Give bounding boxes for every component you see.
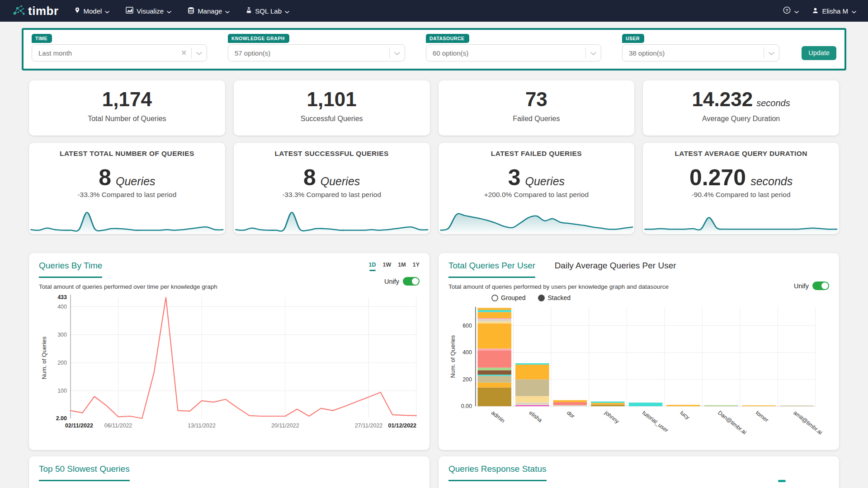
navbar: timbr Model Visualize Manage SQL Lab ? <box>0 0 868 22</box>
svg-text:tomer: tomer <box>755 409 770 423</box>
latest-card-change: -33.3% Compared to last period <box>234 191 430 199</box>
range-1w-button[interactable]: 1W <box>383 262 392 271</box>
response-status-panel: Queries Response Status Number of querie… <box>439 456 839 488</box>
unify-toggle[interactable] <box>403 277 420 286</box>
stacked-radio[interactable]: Stacked <box>538 294 571 301</box>
unify-label: Unify <box>794 282 809 290</box>
menu-visualize[interactable]: Visualize <box>126 7 171 15</box>
stat-label: Total Number of Queries <box>29 115 225 123</box>
select-divider <box>191 47 192 58</box>
help-menu[interactable]: ? <box>783 6 799 15</box>
datasource-filter-badge: DATASOURCE <box>426 34 469 43</box>
latest-card-value: 8Queries <box>29 168 225 188</box>
time-select-value: Last month <box>38 49 181 57</box>
chevron-down-icon <box>285 7 289 15</box>
svg-text:100: 100 <box>57 388 67 394</box>
flask-icon <box>246 7 252 15</box>
chevron-down-icon <box>794 7 799 15</box>
svg-text:2.00: 2.00 <box>56 415 67 422</box>
queries-by-time-title[interactable]: Queries By Time <box>39 261 102 278</box>
stat-card-failed-queries: 73 Failed Queries <box>439 80 635 136</box>
stat-card-successful-queries: 1,101 Successful Queries <box>234 80 430 136</box>
knowledge-graph-select-value: 57 option(s) <box>235 49 389 57</box>
latest-card-change: -90.4% Compared to last period <box>643 191 839 199</box>
chevron-down-icon[interactable] <box>196 49 202 57</box>
datasource-select-value: 60 option(s) <box>433 49 585 57</box>
svg-text:Num. of Queries: Num. of Queries <box>41 336 47 379</box>
brand-name: timbr <box>28 4 59 18</box>
stat-value: 73 <box>439 89 635 109</box>
svg-text:20/11/2022: 20/11/2022 <box>271 422 299 429</box>
queries-by-time-panel: Queries By Time Total amount of queries … <box>29 253 429 450</box>
svg-text:01/12/2022: 01/12/2022 <box>388 422 416 429</box>
tab-total-queries-per-user[interactable]: Total Queries Per User <box>448 261 535 278</box>
stat-card-total-queries: 1,174 Total Number of Queries <box>29 80 225 136</box>
knowledge-graph-select[interactable]: 57 option(s) <box>228 44 405 61</box>
update-button[interactable]: Update <box>802 46 836 60</box>
chevron-down-icon[interactable] <box>394 49 400 57</box>
legend-dash <box>778 480 786 482</box>
clear-icon[interactable]: ✕ <box>181 49 187 57</box>
queries-by-time-chart[interactable]: 4334003002001002.0002/11/202206/11/20221… <box>39 292 420 437</box>
menu-model[interactable]: Model <box>74 7 110 15</box>
stat-label: Failed Queries <box>439 115 635 123</box>
chevron-down-icon[interactable] <box>769 49 774 57</box>
chevron-down-icon[interactable] <box>590 49 596 57</box>
grouped-radio[interactable]: Grouped <box>491 294 525 301</box>
latest-card-title: LATEST SUCCESSFUL QUERIES <box>234 150 430 158</box>
svg-text:300: 300 <box>57 332 67 338</box>
stats-row: 1,174 Total Number of Queries 1,101 Succ… <box>29 80 839 136</box>
svg-text:tutorial_user: tutorial_user <box>641 409 670 433</box>
unify-toggle[interactable] <box>812 282 829 290</box>
menu-sql-lab-label: SQL Lab <box>255 7 282 15</box>
user-select[interactable]: 38 option(s) <box>622 44 779 61</box>
range-1d-button[interactable]: 1D <box>369 262 376 271</box>
user-menu[interactable]: Elisha M <box>812 7 856 15</box>
select-divider <box>764 47 764 58</box>
svg-text:dor: dor <box>566 409 576 419</box>
range-buttons: 1D 1W 1M 1Y <box>369 262 420 271</box>
svg-text:400: 400 <box>462 349 472 356</box>
user-name: Elisha M <box>822 7 848 15</box>
stat-label: Successful Queries <box>234 115 430 123</box>
database-icon <box>188 7 194 15</box>
map-pin-icon <box>74 7 80 15</box>
datasource-select[interactable]: 60 option(s) <box>426 44 601 61</box>
svg-text:elisha: elisha <box>528 409 543 423</box>
queries-per-user-panel: Total Queries Per User Daily Average Que… <box>439 253 839 450</box>
latest-avg-duration-card: LATEST AVERAGE QUERY DURATION 0.270secon… <box>643 143 839 234</box>
latest-card-title: LATEST TOTAL NUMBER OF QUERIES <box>29 150 225 158</box>
radio-circle-icon <box>538 295 545 301</box>
range-1m-button[interactable]: 1M <box>398 262 406 271</box>
timbr-logo-icon <box>12 3 26 19</box>
bottom-row: Top 50 Slowest Queries DB DATASOURCE USE… <box>29 456 839 488</box>
filter-datasource: DATASOURCE 60 option(s) <box>426 44 601 61</box>
svg-text:400: 400 <box>57 304 67 310</box>
latest-failed-queries-card: LATEST FAILED QUERIES 3Queries +200.0% C… <box>439 143 635 234</box>
svg-text:amit@timbr.ai: amit@timbr.ai <box>792 409 823 435</box>
svg-text:johnny: johnny <box>603 409 621 425</box>
menu-sql-lab[interactable]: SQL Lab <box>246 7 289 15</box>
tab-daily-average-queries[interactable]: Daily Average Queries Per User <box>555 261 676 270</box>
navbar-right: ? Elisha M <box>783 6 856 15</box>
svg-text:433: 433 <box>57 294 67 300</box>
svg-text:0.00: 0.00 <box>461 403 472 409</box>
menu-manage[interactable]: Manage <box>188 7 230 15</box>
time-filter-badge: TIME <box>32 34 52 43</box>
latest-row: LATEST TOTAL NUMBER OF QUERIES 8Queries … <box>29 143 839 234</box>
queries-per-user-chart[interactable]: 0.00200400600adminelishadorjohnnytutoria… <box>448 305 828 435</box>
range-1y-button[interactable]: 1Y <box>413 262 420 271</box>
chevron-down-icon <box>105 7 109 15</box>
unify-label: Unify <box>384 278 399 285</box>
slowest-queries-panel: Top 50 Slowest Queries DB DATASOURCE USE… <box>29 456 429 488</box>
chevron-down-icon <box>852 7 856 15</box>
time-select[interactable]: Last month ✕ <box>32 44 207 61</box>
chart-image-icon <box>126 7 133 15</box>
chevron-down-icon <box>225 7 230 15</box>
latest-card-change: -33.3% Compared to last period <box>29 191 225 199</box>
menu-manage-label: Manage <box>198 7 222 15</box>
charts-row: Queries By Time Total amount of queries … <box>29 253 839 450</box>
svg-text:Num. of Queries: Num. of Queries <box>449 335 456 378</box>
filter-user: USER 38 option(s) <box>622 44 779 61</box>
timbr-logo[interactable]: timbr <box>12 3 59 19</box>
